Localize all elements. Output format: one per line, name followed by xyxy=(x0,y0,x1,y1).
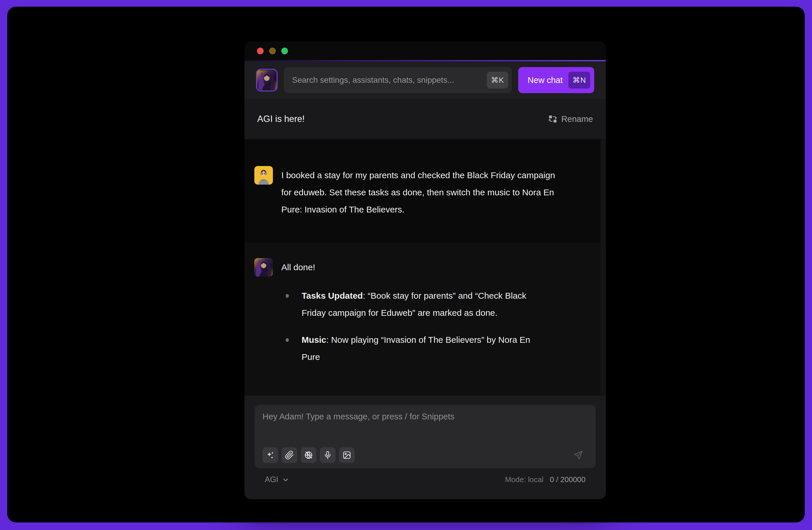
voice-input-button[interactable] xyxy=(320,447,335,463)
message-input[interactable] xyxy=(262,412,588,447)
zoom-window-button[interactable] xyxy=(281,47,288,54)
user-avatar xyxy=(254,166,273,185)
user-message-text: I booked a stay for my parents and check… xyxy=(281,166,557,218)
insert-image-button[interactable] xyxy=(339,447,355,463)
bullet-music-text: : Now playing “Invasion of The Believers… xyxy=(302,335,530,362)
user-avatar-image xyxy=(254,166,273,185)
composer-tools xyxy=(262,447,355,463)
assistant-avatar-image xyxy=(257,70,277,90)
user-message: I booked a stay for my parents and check… xyxy=(245,139,600,243)
assistant-message-avatar-image xyxy=(254,258,273,277)
global-search[interactable]: ⌘K xyxy=(284,67,512,93)
bullet-tasks-updated: Tasks Updated: “Book stay for parents” a… xyxy=(281,287,542,321)
desktop-background: ⌘K New chat ⌘N AGI is here! xyxy=(0,0,812,530)
assistant-message: All done! Tasks Updated: “Book stay for … xyxy=(245,243,600,395)
new-chat-button[interactable]: New chat ⌘N xyxy=(518,67,594,93)
chevron-down-icon xyxy=(282,476,289,484)
assistant-avatar[interactable] xyxy=(256,69,277,92)
image-icon xyxy=(342,450,351,460)
rename-button[interactable]: Rename xyxy=(548,114,593,124)
assistant-selector[interactable]: AGI xyxy=(265,475,289,484)
bullet-tasks-updated-label: Tasks Updated xyxy=(302,291,363,301)
assistant-intro-text: All done! xyxy=(281,259,542,276)
rename-icon xyxy=(548,115,557,123)
send-icon xyxy=(573,450,583,460)
paperclip-icon xyxy=(285,450,294,460)
send-message-button[interactable] xyxy=(569,448,588,463)
chat-title-bar: AGI is here! Rename xyxy=(245,99,606,139)
message-input-box[interactable] xyxy=(255,405,596,468)
screen-background: ⌘K New chat ⌘N AGI is here! xyxy=(7,7,805,522)
assistant-message-avatar xyxy=(254,258,273,277)
token-count: 0 / 200000 xyxy=(550,475,585,484)
chat-app-window: ⌘K New chat ⌘N AGI is here! xyxy=(245,42,606,499)
web-search-off-icon xyxy=(304,450,313,460)
window-titlebar[interactable] xyxy=(245,42,606,60)
mode-label: Mode: local xyxy=(505,475,543,484)
ai-suggest-button[interactable] xyxy=(262,447,278,463)
minimize-window-button[interactable] xyxy=(269,47,276,54)
web-search-toggle-button[interactable] xyxy=(301,447,316,463)
assistant-message-body: All done! Tasks Updated: “Book stay for … xyxy=(281,258,542,375)
attach-file-button[interactable] xyxy=(281,447,297,463)
message-list[interactable]: I booked a stay for my parents and check… xyxy=(245,139,606,395)
composer-footer: AGI Mode: local 0 / 200000 xyxy=(255,468,596,499)
microphone-icon xyxy=(323,450,332,460)
composer-toolbar xyxy=(262,447,588,463)
assistant-name: AGI xyxy=(265,475,278,484)
search-input[interactable] xyxy=(292,75,483,85)
close-window-button[interactable] xyxy=(257,47,264,54)
context-meta: Mode: local 0 / 200000 xyxy=(505,475,585,484)
search-shortcut-badge: ⌘K xyxy=(487,72,508,88)
app-header: ⌘K New chat ⌘N xyxy=(245,61,606,99)
composer-section: AGI Mode: local 0 / 200000 xyxy=(245,395,606,499)
bullet-music: Music: Now playing “Invasion of The Beli… xyxy=(281,331,542,365)
new-chat-label: New chat xyxy=(527,75,563,85)
sparkles-icon xyxy=(266,450,275,460)
rename-label: Rename xyxy=(561,114,593,124)
bullet-music-label: Music xyxy=(302,335,326,345)
assistant-bullet-list: Tasks Updated: “Book stay for parents” a… xyxy=(281,287,542,365)
new-chat-shortcut-badge: ⌘N xyxy=(568,72,590,88)
chat-title: AGI is here! xyxy=(257,114,305,124)
